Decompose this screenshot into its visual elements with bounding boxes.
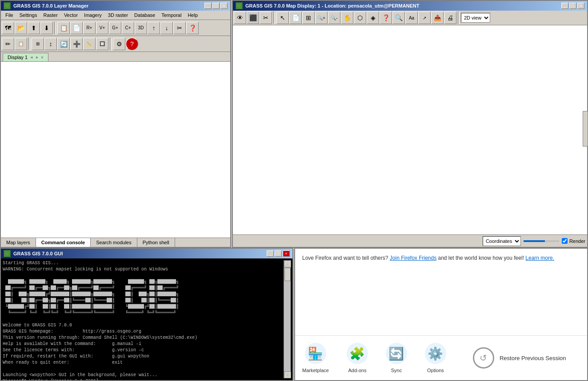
- scroll-down-btn[interactable]: ▼: [284, 371, 291, 378]
- menu-temporal[interactable]: Temporal: [159, 12, 184, 19]
- layer-manager-titlebar: 🌿 GRASS GIS 7.0.0 Layer Manager _ □ ×: [1, 1, 230, 11]
- minimize-button[interactable]: _: [204, 3, 212, 9]
- tab-nav-left[interactable]: ◄: [29, 55, 33, 60]
- maximize-button[interactable]: □: [212, 3, 220, 9]
- tb-help2[interactable]: ?: [126, 38, 138, 50]
- tb-add-3d[interactable]: 3D: [135, 22, 147, 34]
- tb-add-cmd[interactable]: C+: [122, 22, 134, 34]
- firefox-link1[interactable]: Join Firefox Friends and let the world k…: [390, 255, 526, 261]
- tb-edit[interactable]: ✏: [2, 38, 14, 50]
- marketplace-label: Marketplace: [302, 368, 329, 373]
- menu-vector[interactable]: Vector: [61, 12, 80, 19]
- tb-print[interactable]: 🔲: [96, 38, 108, 50]
- tab-nav-right[interactable]: ►: [35, 55, 39, 60]
- map-tb-decorations[interactable]: ↗: [418, 12, 431, 24]
- console-minimize[interactable]: _: [267, 250, 274, 257]
- display-tab-1[interactable]: Display 1 ◄ ► ×: [3, 53, 48, 61]
- map-tb-select[interactable]: ⊞: [302, 12, 315, 24]
- console-close[interactable]: ×: [283, 250, 290, 257]
- map-tb-pointer[interactable]: ↖: [276, 12, 289, 24]
- options-icon-btn[interactable]: ⚙️ Options: [425, 343, 446, 373]
- map-tb-pan[interactable]: ✋: [341, 12, 353, 24]
- tb-calc[interactable]: ➕: [70, 38, 83, 50]
- tb-georef[interactable]: ⊞: [32, 38, 44, 50]
- menu-bar: File Settings Raster Vector Imagery 3D r…: [1, 11, 230, 20]
- tb-settings2[interactable]: ⚙: [113, 38, 125, 50]
- console-window: 🌿 GRASS GIS 7.0.0 GUI _ □ × Starting GRA…: [0, 248, 293, 381]
- view-mode-select[interactable]: 2D view 3D view: [461, 13, 490, 23]
- map-tb-erase[interactable]: ✂: [260, 12, 272, 24]
- console-maximize[interactable]: □: [275, 250, 282, 257]
- scroll-thumb[interactable]: [284, 268, 291, 281]
- menu-settings[interactable]: Settings: [17, 12, 40, 19]
- map-tb-zoom-region[interactable]: ◈: [367, 12, 379, 24]
- map-tb-save[interactable]: 📤: [431, 12, 444, 24]
- tb-paste[interactable]: 📄: [70, 22, 83, 34]
- learn-more-link[interactable]: Learn more.: [525, 255, 554, 261]
- menu-file[interactable]: File: [3, 12, 16, 19]
- firefox-notification: Love Firefox and want to tell others? Jo…: [302, 254, 580, 262]
- menu-3d-raster[interactable]: 3D raster: [105, 12, 131, 19]
- tab-map-layers[interactable]: Map layers: [1, 238, 36, 247]
- map-minimize-button[interactable]: _: [561, 3, 568, 9]
- display-tab-label: Display 1: [8, 55, 28, 60]
- menu-imagery[interactable]: Imagery: [81, 12, 104, 19]
- join-link[interactable]: Join Firefox Friends: [390, 255, 436, 261]
- sidebar-handle[interactable]: [583, 111, 588, 147]
- menu-database[interactable]: Database: [132, 12, 158, 19]
- firefox-icons-row: 🏪 Marketplace 🧩 Add-ons 🔄 Sync ⚙️ Option…: [295, 335, 587, 380]
- tab-search-modules[interactable]: Search modules: [91, 238, 137, 247]
- tb-help[interactable]: ❓: [186, 22, 199, 34]
- console-title: GRASS GIS 7.0.0 GUI: [13, 251, 63, 256]
- map-tb-overlay[interactable]: Aa: [405, 12, 418, 24]
- render-checkbox-container: Render: [562, 238, 585, 244]
- tb-load[interactable]: ⬇: [40, 22, 53, 34]
- console-scrollbar[interactable]: ▲ ▼: [284, 260, 291, 378]
- tb-add-group[interactable]: G+: [109, 22, 121, 34]
- tb-new-map[interactable]: 🗺: [2, 22, 14, 34]
- map-tb-display[interactable]: 👁: [234, 12, 246, 24]
- tb-add-raster[interactable]: R+: [83, 22, 96, 34]
- map-tb-analyze[interactable]: 🔍: [392, 12, 405, 24]
- tb-delete[interactable]: ✂: [173, 22, 186, 34]
- menu-help[interactable]: Help: [185, 12, 200, 19]
- tab-command-console[interactable]: Command console: [36, 238, 91, 247]
- map-tb-zoom-in[interactable]: 🔍+: [315, 12, 328, 24]
- map-tb-render[interactable]: ⬛: [247, 12, 259, 24]
- tb-move-down[interactable]: ↓: [160, 22, 173, 34]
- menu-raster[interactable]: Raster: [40, 12, 60, 19]
- tb-attrib[interactable]: 📋: [15, 38, 27, 50]
- tb-move-up[interactable]: ↑: [148, 22, 160, 34]
- map-sep2: [458, 12, 460, 24]
- tab-python-shell[interactable]: Python shell: [137, 238, 175, 247]
- render-label: Render: [569, 238, 585, 244]
- map-tb-zoom-out[interactable]: 🔍-: [328, 12, 340, 24]
- sep1: [54, 22, 56, 34]
- tb-open[interactable]: 📂: [15, 22, 27, 34]
- tb-save[interactable]: ⬆: [28, 22, 40, 34]
- restore-icon: ↺: [473, 347, 494, 369]
- render-checkbox[interactable]: [562, 238, 568, 244]
- tab-close[interactable]: ×: [41, 55, 44, 60]
- map-close-button[interactable]: ×: [577, 3, 584, 9]
- addons-icon-btn[interactable]: 🧩 Add-ons: [347, 343, 368, 373]
- map-tb-zoom-default[interactable]: ⬡: [354, 12, 366, 24]
- map-maximize-button[interactable]: □: [569, 3, 576, 9]
- tb-measure[interactable]: 📐: [83, 38, 96, 50]
- options-icon: ⚙️: [425, 343, 446, 364]
- marketplace-icon-btn[interactable]: 🏪 Marketplace: [302, 343, 329, 373]
- firefox-content: Love Firefox and want to tell others? Jo…: [295, 249, 587, 332]
- scroll-up-btn[interactable]: ▲: [284, 260, 291, 267]
- map-tb-query[interactable]: ❓: [380, 12, 392, 24]
- restore-session-btn[interactable]: ↺ Restore Previous Session: [473, 347, 566, 369]
- close-button[interactable]: ×: [220, 3, 228, 9]
- coordinates-select[interactable]: Coordinates: [483, 236, 521, 246]
- tb-add-vector[interactable]: V+: [96, 22, 108, 34]
- tb-model[interactable]: 🔄: [57, 38, 70, 50]
- sync-icon-btn[interactable]: 🔄 Sync: [386, 343, 407, 373]
- tb-copy[interactable]: 📋: [57, 22, 70, 34]
- map-tb-print[interactable]: 🖨: [444, 12, 456, 24]
- map-display-title: GRASS GIS 7.0.0 Map Display: 1 - Locatio…: [245, 3, 420, 8]
- tb-profile[interactable]: ↕: [44, 38, 57, 50]
- map-tb-info[interactable]: 📄: [289, 12, 302, 24]
